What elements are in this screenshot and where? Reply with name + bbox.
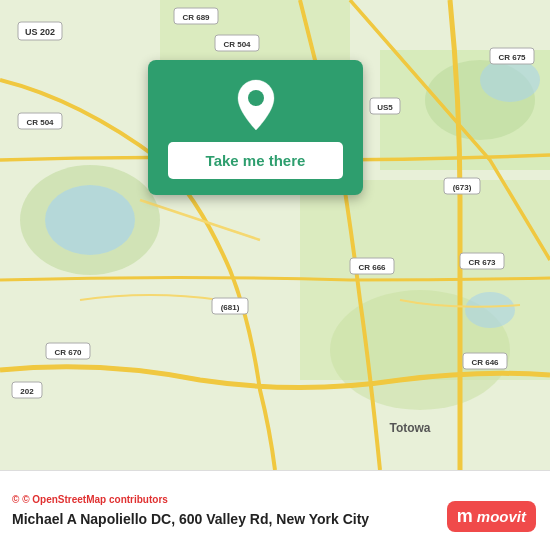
- svg-text:CR 504: CR 504: [26, 118, 54, 127]
- svg-text:US5: US5: [377, 103, 393, 112]
- svg-text:(681): (681): [221, 303, 240, 312]
- svg-text:202: 202: [20, 387, 34, 396]
- svg-point-8: [465, 292, 515, 328]
- location-pin-icon: [234, 78, 278, 132]
- svg-text:CR 666: CR 666: [358, 263, 386, 272]
- take-me-there-button[interactable]: Take me there: [168, 142, 343, 179]
- svg-text:CR 670: CR 670: [54, 348, 82, 357]
- osm-credit-text: © OpenStreetMap contributors: [22, 494, 168, 505]
- svg-point-7: [45, 185, 135, 255]
- svg-text:US 202: US 202: [25, 27, 55, 37]
- svg-text:CR 504: CR 504: [223, 40, 251, 49]
- copyright-symbol: ©: [12, 494, 19, 505]
- svg-point-37: [248, 90, 264, 106]
- svg-text:CR 646: CR 646: [471, 358, 499, 367]
- map-view: US 202 CR 689 CR 504 CR 504 US5 CR 675 (…: [0, 0, 550, 470]
- moovit-logo: m moovit: [447, 501, 536, 532]
- moovit-logo-text: moovit: [477, 508, 526, 525]
- svg-text:CR 689: CR 689: [182, 13, 210, 22]
- svg-text:(673): (673): [453, 183, 472, 192]
- footer: © © OpenStreetMap contributors Michael A…: [0, 470, 550, 550]
- action-card: Take me there: [148, 60, 363, 195]
- svg-text:CR 673: CR 673: [468, 258, 496, 267]
- svg-point-9: [480, 58, 540, 102]
- svg-text:CR 675: CR 675: [498, 53, 526, 62]
- svg-text:Totowa: Totowa: [389, 421, 430, 435]
- moovit-m-letter: m: [457, 506, 473, 527]
